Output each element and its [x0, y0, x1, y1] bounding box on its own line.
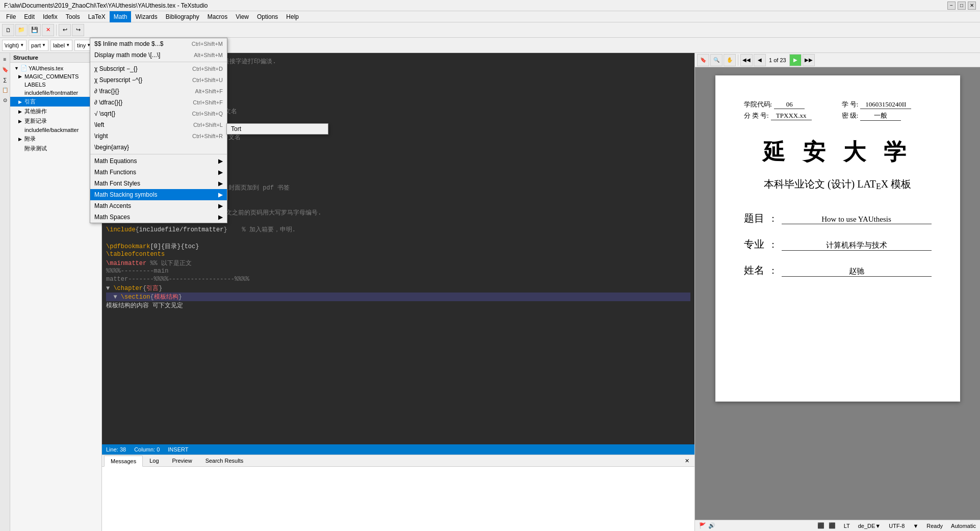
menu-idefix[interactable]: Idefix	[39, 11, 62, 22]
math-menu-item-font-styles[interactable]: Math Font Styles ▶	[90, 178, 227, 189]
tree-label-magic: MAGIC_COMMENTS	[24, 73, 79, 79]
menu-latex[interactable]: LaTeX	[84, 11, 110, 22]
save-button[interactable]: 💾	[29, 24, 41, 36]
tree-item-appendix-test[interactable]: 附录测试	[10, 144, 101, 153]
new-file-button[interactable]: 🗋	[2, 24, 14, 36]
math-menu-item-dfrac[interactable]: ∂ \dfrac{}{} Ctrl+Shift+F	[90, 97, 227, 108]
right-paren-dropdown[interactable]: \right) ▼	[2, 40, 27, 51]
tree-item-intro[interactable]: ▶ 引言	[10, 97, 101, 107]
math-menu-item-stacking[interactable]: Math Stacking symbols ▶	[90, 189, 227, 200]
tree-label-intro: 引言	[24, 98, 36, 105]
pdf-prev-button[interactable]: ◀◀	[740, 54, 753, 66]
status-sep1: ▼	[913, 523, 918, 529]
menu-help[interactable]: Help	[282, 11, 303, 22]
pdf-toolbar: 🔖 🔍 ✋ ◀◀ ◀ 1 of 23 ▶ ▶▶	[695, 53, 980, 67]
title-colon: ：	[768, 213, 778, 225]
menu-macros[interactable]: Macros	[203, 11, 231, 22]
status-col: Column: 0	[134, 446, 160, 453]
pdf-back-button[interactable]: ◀	[754, 54, 766, 66]
pdf-zoom-status: ⬛ ⬛	[817, 522, 836, 529]
menu-edit[interactable]: Edit	[20, 11, 39, 22]
undo-button[interactable]: ↩	[59, 24, 71, 36]
menu-view[interactable]: View	[231, 11, 253, 22]
math-menu-item-functions[interactable]: Math Functions ▶	[90, 167, 227, 178]
math-menu-dfrac-shortcut: Ctrl+Shift+F	[193, 99, 223, 105]
math-menu-item-inline[interactable]: $$ Inline math mode $...$ Ctrl+Shift+M	[90, 38, 227, 49]
fenlei-value: TPXXX.xx	[771, 112, 812, 120]
title-char1: 题	[744, 211, 754, 225]
math-menu-display-shortcut: Alt+Shift+M	[194, 52, 223, 58]
pdf-field-xuehao: 学 号: 10603150240II	[842, 100, 932, 109]
label-dropdown[interactable]: label ▼	[50, 40, 72, 51]
tree-label-change: 更新记录	[24, 117, 47, 125]
tree-item-labels[interactable]: LABELS	[10, 81, 101, 89]
name-char2: 名	[754, 263, 764, 277]
submenu-item-tort[interactable]: Tort	[227, 124, 328, 134]
structure-icon[interactable]: ≡	[1, 55, 9, 63]
menu-wizards[interactable]: Wizards	[131, 11, 161, 22]
open-file-button[interactable]: 📁	[15, 24, 28, 36]
math-menu-item-sqrt[interactable]: √ \sqrt{} Ctrl+Shift+Q	[90, 108, 227, 119]
pdf-hand-button[interactable]: ✋	[724, 54, 736, 66]
title-bar-text: F:\alw\Documents\2019_ZhaoChi\Tex\YAUthe…	[4, 2, 208, 9]
menu-math[interactable]: Math	[110, 11, 132, 22]
maximize-button[interactable]: □	[958, 2, 966, 10]
close-button[interactable]: ✕	[968, 2, 976, 10]
bookmarks-icon[interactable]: 🔖	[1, 65, 9, 73]
tree-item-includefile-front[interactable]: includefile/frontmatter	[10, 89, 101, 97]
math-menu-item-accents[interactable]: Math Accents ▶	[90, 200, 227, 211]
math-equations-arrow-icon: ▶	[218, 157, 223, 165]
menu-bibliography[interactable]: Bibliography	[162, 11, 203, 22]
git-icon[interactable]: ⊙	[1, 96, 9, 104]
math-menu-item-spaces[interactable]: Math Spaces ▶	[90, 211, 227, 223]
math-menu-item-subscript[interactable]: χ Subscript −_{} Ctrl+Shift+D	[90, 63, 227, 74]
pdf-bookmark-button[interactable]: 🔖	[697, 54, 709, 66]
editor-line-25: \mainmatter %% 以下是正文	[106, 259, 690, 268]
tab-log[interactable]: Log	[143, 455, 165, 466]
math-menu-item-array[interactable]: \begin{array}	[90, 142, 227, 153]
menu-options[interactable]: Options	[253, 11, 282, 22]
editor-line-29: ▼ \section{模板结构}	[106, 293, 690, 301]
math-menu-item-frac[interactable]: ∂ \frac{}{} Alt+Shift+F	[90, 86, 227, 97]
sidebar-icon-panel: ≡ 🔖 ∑ 📋 ⊙	[0, 53, 10, 531]
part-dropdown[interactable]: part ▼	[29, 40, 48, 51]
symbols-icon[interactable]: ∑	[1, 75, 9, 84]
snippets-icon[interactable]: 📋	[1, 86, 9, 94]
redo-button[interactable]: ↪	[72, 24, 84, 36]
tree-item-magic[interactable]: ▶ MAGIC_COMMENTS	[10, 72, 101, 81]
font-size-label: tiny	[77, 42, 86, 48]
status-line: Line: 38	[106, 446, 126, 453]
pdf-content[interactable]: 学院代码: 06 学 号: 10603150240II 分 类 号: TPXXX…	[695, 67, 980, 520]
pdf-major-row: 专 业 ： 计算机科学与技术	[744, 237, 932, 251]
tab-preview[interactable]: Preview	[166, 455, 199, 466]
tree-item-includefile-back[interactable]: includefile/backmatter	[10, 126, 101, 134]
math-menu-item-right[interactable]: \right Ctrl+Shift+R	[90, 130, 227, 142]
pdf-next-button[interactable]: ▶▶	[803, 54, 815, 66]
editor-line-21: \include{includefile/frontmatter} % 加入箱要…	[106, 225, 690, 234]
math-menu-dfrac-label: ∂ \dfrac{}{}	[94, 99, 122, 106]
tree-item-other-ops[interactable]: ▶ 其他操作	[10, 107, 101, 116]
math-menu-item-equations[interactable]: Math Equations ▶	[90, 155, 227, 167]
tab-search-results[interactable]: Search Results	[199, 455, 250, 466]
messages-close-button[interactable]: ✕	[682, 457, 692, 465]
close-file-button[interactable]: ✕	[42, 24, 54, 36]
math-menu-item-superscript[interactable]: χ Superscript −^{} Ctrl+Shift+U	[90, 74, 227, 86]
minimize-button[interactable]: −	[947, 2, 956, 10]
name-char1: 姓	[744, 263, 754, 277]
right-paren-label: \right)	[5, 42, 19, 48]
pdf-search-button[interactable]: 🔍	[710, 54, 723, 66]
tree-item-root[interactable]: ▼ 📄 YAUthesis.tex	[10, 64, 101, 72]
sidebar-header: Structure	[10, 53, 101, 63]
tree-item-changelog[interactable]: ▶ 更新记录	[10, 116, 101, 126]
tab-messages[interactable]: Messages	[104, 456, 143, 467]
math-menu-item-display[interactable]: Display math mode \[...\] Alt+Shift+M	[90, 49, 227, 61]
pdf-page-info: 1 of 23	[767, 57, 788, 63]
menu-tools[interactable]: Tools	[62, 11, 84, 22]
status-ready: Ready	[926, 523, 943, 529]
tree-arrow-change: ▶	[18, 119, 23, 124]
menu-file[interactable]: File	[2, 11, 20, 22]
tree-item-appendix[interactable]: ▶ 附录	[10, 134, 101, 144]
editor-line-27: matter-------%%%%------------------%%%%	[106, 276, 690, 284]
math-menu-item-left[interactable]: \left Ctrl+Shift+L	[90, 119, 227, 130]
pdf-forward-button[interactable]: ▶	[789, 54, 802, 66]
